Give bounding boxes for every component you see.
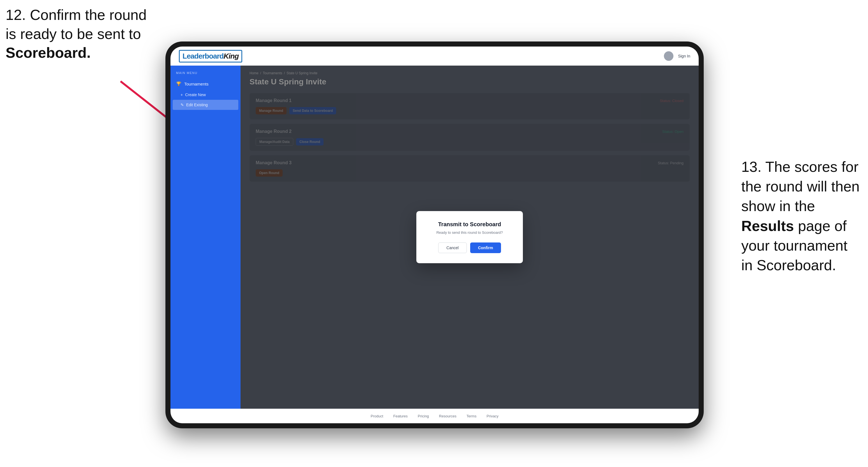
- top-nav: LeaderboardKing Sign In: [170, 46, 699, 66]
- modal-title: Transmit to Scoreboard: [428, 221, 512, 228]
- main-content: MAIN MENU 🏆 Tournaments + Create New ✎ E…: [170, 66, 699, 409]
- sidebar: MAIN MENU 🏆 Tournaments + Create New ✎ E…: [170, 66, 241, 409]
- modal-confirm-button[interactable]: Confirm: [470, 243, 501, 253]
- logo-text: LeaderboardKing: [183, 52, 239, 60]
- footer-privacy[interactable]: Privacy: [487, 414, 498, 418]
- sidebar-item-tournaments[interactable]: 🏆 Tournaments: [170, 78, 241, 90]
- annotation-line3: Scoreboard.: [6, 44, 91, 61]
- plus-icon: +: [181, 93, 183, 97]
- sidebar-item-create-new[interactable]: + Create New: [170, 90, 241, 100]
- trophy-icon: 🏆: [176, 81, 181, 86]
- instruction-top: 12. Confirm the round is ready to be sen…: [6, 6, 147, 63]
- page-footer: Product Features Pricing Resources Terms…: [170, 409, 699, 423]
- instruction-bottom: 13. The scores for the round will then s…: [741, 157, 860, 275]
- nav-right: Sign In: [664, 51, 690, 61]
- sidebar-edit-existing-label: Edit Existing: [186, 102, 208, 107]
- modal-subtitle: Ready to send this round to Scoreboard?: [428, 230, 512, 235]
- sign-in-button[interactable]: Sign In: [678, 54, 690, 58]
- logo-area: LeaderboardKing: [179, 50, 242, 63]
- annotation-line1: 12. Confirm the round: [6, 7, 147, 23]
- sidebar-create-new-label: Create New: [185, 93, 206, 97]
- logo-leaderboard: Leaderboard: [183, 52, 224, 60]
- user-avatar-icon: [664, 51, 674, 61]
- sidebar-item-edit-existing[interactable]: ✎ Edit Existing: [173, 100, 238, 110]
- logo-king: King: [224, 52, 239, 60]
- footer-terms[interactable]: Terms: [467, 414, 476, 418]
- tablet-device: LeaderboardKing Sign In MAIN MENU 🏆 Tour…: [165, 41, 704, 428]
- page-content: Home / Tournaments / State U Spring Invi…: [241, 66, 699, 409]
- main-menu-label: MAIN MENU: [170, 71, 241, 78]
- tablet-screen: LeaderboardKing Sign In MAIN MENU 🏆 Tour…: [170, 46, 699, 423]
- footer-features[interactable]: Features: [393, 414, 408, 418]
- transmit-scoreboard-modal: Transmit to Scoreboard Ready to send thi…: [416, 211, 523, 263]
- footer-resources[interactable]: Resources: [439, 414, 457, 418]
- sidebar-tournaments-label: Tournaments: [184, 82, 209, 86]
- footer-pricing[interactable]: Pricing: [418, 414, 429, 418]
- footer-product[interactable]: Product: [371, 414, 383, 418]
- annotation-results-bold: Results: [741, 218, 794, 234]
- logo: LeaderboardKing: [179, 50, 242, 63]
- annotation-bottom-text: 13. The scores for the round will then s…: [741, 159, 860, 273]
- modal-overlay: Transmit to Scoreboard Ready to send thi…: [241, 66, 699, 409]
- annotation-line2: is ready to be sent to: [6, 26, 141, 42]
- edit-icon: ✎: [181, 102, 184, 107]
- modal-cancel-button[interactable]: Cancel: [438, 243, 467, 253]
- modal-buttons: Cancel Confirm: [428, 243, 512, 253]
